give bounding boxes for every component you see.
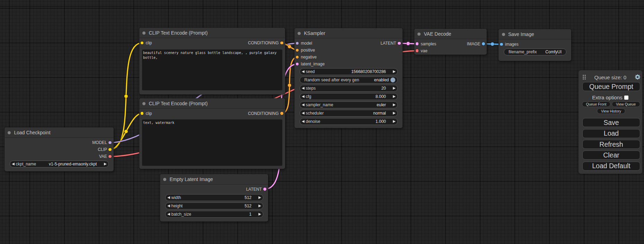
collapse-dot-icon[interactable] (8, 131, 11, 134)
widget-scheduler[interactable]: schedulernormal (300, 110, 398, 117)
widget-increment-arrow-icon[interactable] (393, 103, 396, 106)
output-dot-VAE[interactable] (108, 155, 112, 158)
slot-label: IMAGE (467, 42, 480, 46)
widget-increment-arrow-icon[interactable] (393, 120, 396, 123)
node-title-bar[interactable]: Empty Latent Image (160, 174, 268, 184)
output-dot-CONDITIONING[interactable] (280, 42, 283, 45)
widget-ckpt-name[interactable]: ckpt_namev1-5-pruned-emaonly.ckpt (10, 161, 109, 168)
output-dot-MODEL[interactable] (108, 141, 112, 144)
collapse-dot-icon[interactable] (163, 178, 166, 181)
input-dot-samples[interactable] (416, 42, 419, 45)
queue-front-button[interactable]: Queue Front (582, 101, 610, 107)
input-slot-clip: clip (139, 110, 152, 117)
output-dot-LATENT[interactable] (398, 42, 401, 45)
node-clip-text-encode-negative[interactable]: CLIP Text Encode (Prompt)clipCONDITIONIN… (139, 98, 285, 169)
widget-value: euler (333, 102, 386, 107)
widget-decrement-arrow-icon[interactable] (302, 103, 305, 106)
queue-prompt-button[interactable]: Queue Prompt (582, 82, 640, 91)
widget-increment-arrow-icon[interactable] (393, 87, 396, 90)
widget-value: v1-5-pruned-emaonly.ckpt (36, 162, 97, 166)
input-dot-latent_image[interactable] (296, 63, 299, 66)
node-title-bar[interactable]: CLIP Text Encode (Prompt) (139, 28, 285, 38)
settings-gear-icon[interactable] (635, 74, 640, 80)
load-default-button[interactable]: Load Default (582, 162, 640, 171)
node-title-bar[interactable]: KSampler (294, 28, 403, 38)
input-dot-positive[interactable] (296, 49, 299, 52)
refresh-button[interactable]: Refresh (582, 140, 640, 149)
input-dot-model[interactable] (296, 42, 299, 45)
widget-decrement-arrow-icon[interactable] (12, 163, 15, 165)
collapse-dot-icon[interactable] (142, 31, 145, 35)
widget-value: ComfyUI (537, 49, 562, 54)
input-dot-negative[interactable] (296, 56, 299, 59)
widget-decrement-arrow-icon[interactable] (302, 120, 305, 123)
slot-label: CONDITIONING (248, 40, 279, 45)
view-queue-button[interactable]: View Queue (612, 101, 640, 107)
widget-random-seed-after-every-gen[interactable]: Random seed after every genenabled (300, 76, 398, 83)
toggle-on-indicator[interactable] (390, 78, 396, 83)
clear-button[interactable]: Clear (582, 151, 640, 160)
input-dot-images[interactable] (500, 43, 503, 46)
widget-width[interactable]: width512 (165, 194, 264, 201)
widget-decrement-arrow-icon[interactable] (167, 213, 170, 216)
widget-decrement-arrow-icon[interactable] (167, 205, 170, 207)
widget-name: cfg (306, 94, 311, 99)
load-button[interactable]: Load (582, 129, 640, 138)
widget-increment-arrow-icon[interactable] (393, 95, 396, 98)
view-history-button[interactable]: View History (597, 108, 625, 114)
slot-label: clip (146, 40, 152, 45)
widget-height[interactable]: height512 (165, 202, 264, 209)
output-slot-LATENT: LATENT (246, 186, 268, 193)
input-dot-clip[interactable] (141, 42, 144, 45)
node-title-bar[interactable]: CLIP Text Encode (Prompt) (139, 98, 285, 109)
output-dot-LATENT[interactable] (263, 188, 266, 191)
extra-options-checkbox[interactable] (624, 96, 629, 100)
widget-increment-arrow-icon[interactable] (258, 196, 261, 199)
widget-decrement-arrow-icon[interactable] (302, 87, 305, 90)
widget-steps[interactable]: steps20 (300, 85, 398, 92)
widget-batch-size[interactable]: batch_size1 (165, 211, 264, 218)
collapse-dot-icon[interactable] (502, 33, 505, 36)
widget-denoise[interactable]: denoise1.000 (300, 118, 398, 125)
widget-increment-arrow-icon[interactable] (393, 112, 396, 115)
widget-increment-arrow-icon[interactable] (393, 70, 396, 73)
output-dot-CONDITIONING[interactable] (280, 112, 283, 115)
node-clip-text-encode-positive[interactable]: CLIP Text Encode (Prompt)clipCONDITIONIN… (139, 28, 285, 94)
output-slot-CLIP: CLIP (98, 146, 113, 153)
widget-increment-arrow-icon[interactable] (104, 163, 107, 165)
widget-increment-arrow-icon[interactable] (258, 205, 261, 207)
widget-seed[interactable]: seed156680208700286 (300, 68, 398, 75)
widget-increment-arrow-icon[interactable] (258, 213, 261, 216)
slot-label: latent_image (301, 62, 325, 66)
collapse-dot-icon[interactable] (142, 102, 145, 105)
prompt-textarea[interactable]: text, watermark (142, 119, 282, 166)
node-load-checkpoint[interactable]: Load CheckpointMODELCLIPVAEckpt_namev1-5… (5, 127, 114, 171)
widget-decrement-arrow-icon[interactable] (302, 95, 305, 98)
widget-decrement-arrow-icon[interactable] (302, 112, 305, 115)
widget-decrement-arrow-icon[interactable] (167, 196, 170, 199)
node-vae-decode[interactable]: VAE DecodesamplesvaeIMAGE (414, 29, 487, 55)
output-dot-CLIP[interactable] (108, 148, 112, 151)
input-dot-clip[interactable] (141, 112, 144, 115)
slot-label: MODEL (92, 140, 107, 145)
widget-name: batch_size (171, 212, 191, 217)
prompt-textarea[interactable]: beautiful scenery nature glass bottle la… (142, 49, 282, 91)
node-title-bar[interactable]: Load Checkpoint (5, 127, 114, 138)
save-button[interactable]: Save (582, 118, 640, 127)
collapse-dot-icon[interactable] (417, 33, 421, 36)
widget-decrement-arrow-icon[interactable] (302, 70, 305, 73)
node-title-bar[interactable]: Save Image (499, 29, 571, 39)
slot-label: model (301, 41, 312, 46)
output-dot-IMAGE[interactable] (482, 42, 485, 45)
widget-sampler-name[interactable]: sampler_nameeuler (300, 101, 398, 108)
node-ksampler[interactable]: KSamplermodelpositivenegativelatent_imag… (294, 28, 403, 128)
node-empty-latent-image[interactable]: Empty Latent ImageLATENTwidth512height51… (160, 174, 268, 222)
collapse-dot-icon[interactable] (298, 32, 301, 35)
node-title: Save Image (508, 29, 534, 39)
input-dot-vae[interactable] (416, 49, 419, 52)
node-save-image[interactable]: Save Imageimagesfilename_prefixComfyUI (499, 29, 571, 61)
node-title-bar[interactable]: VAE Decode (414, 29, 487, 39)
slot-label: VAE (99, 154, 107, 159)
widget-cfg[interactable]: cfg8.000 (300, 93, 398, 100)
widget-filename-prefix[interactable]: filename_prefixComfyUI (504, 48, 566, 55)
